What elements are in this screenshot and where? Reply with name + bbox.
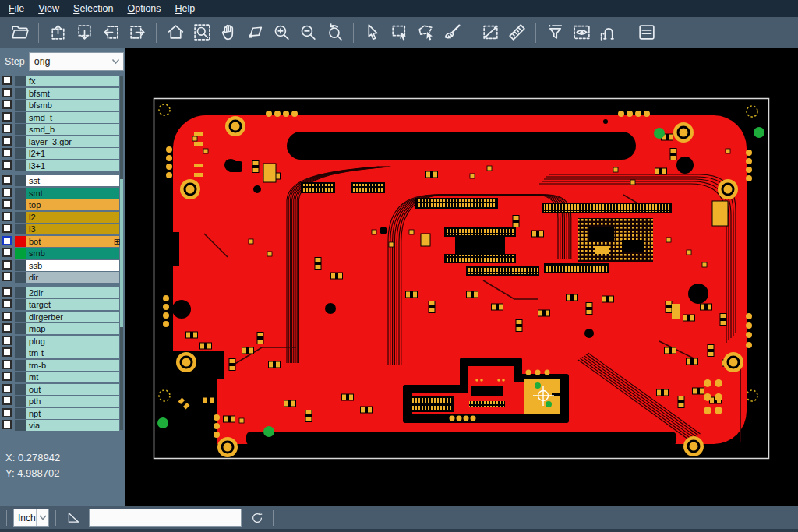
layer-name-label[interactable]: tm-t	[26, 347, 119, 358]
layer-row-smd_b[interactable]: smd_b	[0, 124, 125, 135]
layer-name-label[interactable]: smt	[26, 188, 119, 199]
layer-row-l2+1[interactable]: l2+1	[0, 148, 125, 159]
layer-row-dir[interactable]: dir	[0, 272, 125, 283]
layer-name-label[interactable]: l2	[26, 212, 119, 223]
scrollbar-thumb[interactable]	[120, 179, 123, 327]
zoom-home-button[interactable]	[162, 20, 189, 45]
layer-row-tm-b[interactable]: tm-b	[0, 360, 125, 371]
menu-item-help[interactable]: Help	[168, 0, 203, 17]
layer-checkbox-plug[interactable]	[2, 336, 12, 345]
zoom-previous-button[interactable]	[321, 20, 348, 45]
pcb-canvas[interactable]	[125, 48, 798, 506]
layer-row-smt[interactable]: smt	[0, 188, 125, 199]
step-select[interactable]: orig	[29, 52, 124, 71]
layer-checkbox-npt[interactable]	[2, 408, 12, 417]
open-file-button[interactable]	[6, 20, 33, 45]
pan-up-button[interactable]	[44, 20, 71, 45]
refresh-button[interactable]	[249, 510, 265, 526]
select-rectangle-button[interactable]	[386, 20, 412, 45]
angle-mode-button[interactable]	[65, 509, 82, 526]
layer-row-smb[interactable]: smb	[0, 248, 125, 259]
layer-checkbox-bfsmb[interactable]	[2, 100, 12, 109]
layer-name-label[interactable]: dirgerber	[26, 312, 119, 322]
zoom-out-button[interactable]	[295, 20, 321, 45]
select-polygon-button[interactable]	[412, 20, 439, 45]
layer-row-l3+1[interactable]: l3+1	[0, 160, 125, 171]
layers-panel-button[interactable]	[633, 20, 659, 45]
layer-checkbox-target[interactable]	[2, 299, 12, 308]
layer-row-l3[interactable]: l3	[0, 224, 125, 234]
layer-checkbox-top[interactable]	[2, 199, 12, 209]
layer-name-label[interactable]: smd_t	[26, 112, 119, 123]
layer-checkbox-tm-b[interactable]	[2, 360, 12, 369]
layer-name-label[interactable]: smd_b	[26, 124, 119, 135]
layer-checkbox-2dir--[interactable]	[2, 287, 12, 297]
layer-checkbox-sst[interactable]	[2, 175, 12, 185]
filter-button[interactable]	[542, 20, 568, 45]
layer-name-label[interactable]: via	[26, 420, 119, 431]
layer-name-label[interactable]: target	[26, 299, 119, 310]
layer-row-bot[interactable]: bot⊞	[0, 236, 125, 247]
layer-name-label[interactable]: layer_3.gbr	[26, 136, 119, 147]
layer-checkbox-smb[interactable]	[2, 248, 12, 257]
zoom-in-button[interactable]	[268, 20, 295, 45]
layer-checkbox-fx[interactable]	[2, 76, 12, 85]
layer-row-pth[interactable]: pth	[0, 396, 125, 407]
layer-checkbox-dirgerber[interactable]	[2, 312, 12, 321]
zoom-selection-button[interactable]	[242, 20, 268, 45]
layer-name-label[interactable]: 2dir--	[26, 287, 119, 298]
layer-checkbox-bfsmt[interactable]	[2, 88, 12, 97]
layer-row-2dir--[interactable]: 2dir--	[0, 287, 125, 298]
layer-row-sst[interactable]: sst	[0, 175, 125, 186]
command-input[interactable]	[89, 509, 242, 527]
layer-name-label[interactable]: smb	[26, 248, 119, 259]
snap-button[interactable]	[595, 20, 621, 45]
select-pointer-button[interactable]	[359, 20, 386, 45]
layer-row-map[interactable]: map	[0, 323, 125, 334]
layer-name-label[interactable]: top	[26, 199, 119, 210]
menu-item-view[interactable]: View	[31, 0, 66, 17]
layer-name-label[interactable]: sst	[26, 175, 119, 186]
layer-name-label[interactable]: map	[26, 323, 119, 334]
layer-row-npt[interactable]: npt	[0, 408, 125, 419]
zoom-window-button[interactable]	[189, 20, 215, 45]
units-select[interactable]: Inch	[13, 509, 49, 527]
layer-name-label[interactable]: mt	[26, 372, 119, 382]
layer-row-via[interactable]: via	[0, 420, 125, 431]
layer-row-bfsmt[interactable]: bfsmt	[0, 88, 125, 99]
layer-checkbox-l3+1[interactable]	[2, 160, 12, 170]
layer-checkbox-layer_3.gbr[interactable]	[2, 136, 12, 146]
layer-color-swatch[interactable]	[15, 248, 26, 259]
layer-name-label[interactable]: l2+1	[26, 148, 119, 159]
layer-checkbox-out[interactable]	[2, 384, 12, 393]
layer-checkbox-smt[interactable]	[2, 188, 12, 197]
layer-name-label[interactable]: bfsmb	[26, 100, 119, 111]
layer-name-label[interactable]: tm-b	[26, 360, 119, 371]
layer-row-layer_3.gbr[interactable]: layer_3.gbr	[0, 136, 125, 147]
layer-name-label[interactable]: pth	[26, 396, 119, 407]
layer-name-label[interactable]: plug	[26, 336, 119, 347]
layer-checkbox-mt[interactable]	[2, 372, 12, 381]
layer-checkbox-smd_t[interactable]	[2, 112, 12, 122]
measure-distance-button[interactable]	[477, 20, 503, 45]
layer-checkbox-l3[interactable]	[2, 224, 12, 233]
layer-row-out[interactable]: out	[0, 384, 125, 395]
pan-down-button[interactable]	[71, 20, 97, 45]
layer-name-label[interactable]: l3+1	[26, 160, 119, 171]
menu-item-file[interactable]: File	[2, 0, 31, 17]
layer-checkbox-l2+1[interactable]	[2, 148, 12, 157]
layer-checkbox-smd_b[interactable]	[2, 124, 12, 133]
layer-row-target[interactable]: target	[0, 299, 125, 310]
layer-name-label[interactable]: ssb	[26, 260, 119, 271]
layer-color-swatch[interactable]	[15, 236, 26, 247]
layer-name-label[interactable]: out	[26, 384, 119, 395]
pan-hand-button[interactable]	[215, 20, 242, 45]
show-region-button[interactable]	[568, 20, 595, 45]
layer-checkbox-bot[interactable]	[2, 236, 12, 245]
pan-left-button[interactable]	[97, 20, 124, 45]
layer-checkbox-l2[interactable]	[2, 212, 12, 221]
layer-row-tm-t[interactable]: tm-t	[0, 347, 125, 358]
layer-row-smd_t[interactable]: smd_t	[0, 112, 125, 123]
pan-right-button[interactable]	[124, 20, 150, 45]
layer-row-bfsmb[interactable]: bfsmb	[0, 100, 125, 111]
